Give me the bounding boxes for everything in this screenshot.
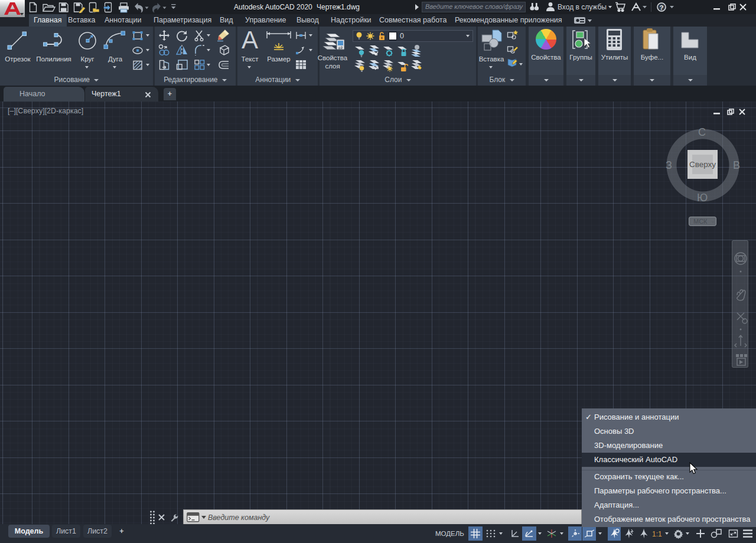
svg-text:?: ? <box>659 4 663 11</box>
